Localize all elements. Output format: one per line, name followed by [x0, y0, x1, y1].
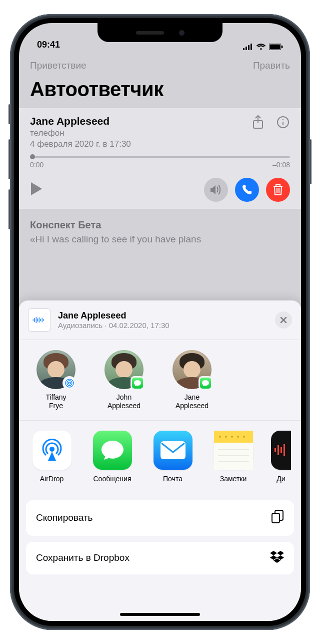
airdrop-icon [32, 431, 72, 470]
action-label: Сохранить в Dropbox [36, 552, 130, 563]
contact-name: Tiffany [29, 393, 83, 402]
status-time: 09:41 [37, 40, 60, 50]
messages-badge-icon [198, 376, 212, 390]
svg-rect-1 [246, 47, 247, 50]
svg-rect-35 [280, 447, 282, 453]
file-audio-icon [28, 308, 51, 332]
svg-rect-33 [274, 448, 276, 452]
action-label: Скопировать [36, 512, 92, 523]
svg-rect-22 [160, 441, 186, 459]
avatar [36, 350, 76, 389]
copy-icon [271, 509, 284, 527]
speaker-button[interactable] [204, 178, 228, 202]
app-label: AirDrop [29, 475, 74, 483]
svg-point-26 [231, 436, 233, 438]
svg-rect-2 [248, 45, 250, 50]
home-indicator[interactable] [120, 613, 200, 616]
transcript-text: «Hi I was calling to see if you have pla… [30, 234, 290, 245]
svg-rect-16 [42, 318, 43, 323]
avatar [104, 350, 144, 389]
share-title: Jane Appleseed [58, 310, 170, 321]
action-save-dropbox[interactable]: Сохранить в Dropbox [26, 542, 294, 574]
svg-rect-37 [272, 513, 280, 523]
svg-rect-15 [40, 319, 42, 321]
notes-icon [214, 431, 253, 470]
app-label: Заметки [210, 475, 256, 483]
svg-rect-5 [270, 44, 280, 49]
svg-rect-11 [34, 318, 36, 322]
voicemail-card: Jane Appleseed телефон 4 февраля 2020 г.… [19, 108, 301, 209]
app-messages[interactable]: Сообщения [90, 431, 135, 483]
battery-icon [269, 44, 283, 50]
svg-point-21 [50, 447, 54, 452]
callback-button[interactable] [235, 178, 259, 202]
dropbox-icon [270, 551, 284, 565]
status-icons [243, 43, 283, 50]
app-label: Ди [271, 475, 291, 483]
share-contact[interactable]: Jane Appleseed [165, 350, 219, 410]
app-mail[interactable]: Почта [150, 431, 196, 483]
share-subtitle: Аудиозапись · 04.02.2020, 17:30 [58, 321, 170, 330]
voicemail-source: телефон [30, 128, 131, 138]
page-title: Автоответчик [19, 74, 301, 108]
delete-button[interactable] [266, 178, 290, 202]
svg-rect-17 [44, 319, 44, 321]
svg-rect-13 [38, 318, 38, 321]
share-sheet: Jane Appleseed Аудиозапись · 04.02.2020,… [19, 300, 301, 621]
messages-icon [93, 431, 132, 470]
info-icon[interactable] [276, 115, 290, 129]
contact-name: Jane [165, 393, 219, 402]
svg-point-27 [237, 436, 239, 438]
contact-name: Appleseed [165, 402, 219, 410]
contact-name: John [97, 393, 151, 402]
play-button[interactable] [30, 181, 43, 198]
cellular-icon [243, 44, 253, 50]
share-contact[interactable]: John Appleseed [97, 350, 151, 410]
svg-point-25 [225, 436, 227, 438]
app-airdrop[interactable]: AirDrop [29, 431, 74, 483]
share-contacts-row: Tiffany Frye John Appleseed [19, 340, 301, 421]
nav-greeting-button[interactable]: Приветствие [30, 60, 86, 71]
action-copy[interactable]: Скопировать [26, 500, 294, 536]
share-icon[interactable] [251, 115, 265, 129]
transcript-heading: Конспект Бета [30, 219, 290, 231]
svg-rect-14 [39, 317, 40, 323]
svg-rect-0 [243, 48, 244, 50]
contact-name: Appleseed [97, 402, 151, 410]
voicemail-datetime: 4 февраля 2020 г. в 17:30 [30, 139, 131, 149]
time-remaining: –0:08 [272, 161, 290, 169]
close-button[interactable] [275, 311, 292, 329]
svg-rect-10 [33, 319, 34, 321]
app-label: Почта [150, 475, 196, 483]
svg-point-19 [67, 381, 72, 386]
svg-rect-3 [250, 44, 252, 50]
app-notes[interactable]: Заметки [210, 431, 256, 483]
app-label: Сообщения [90, 475, 135, 483]
svg-rect-29 [214, 443, 253, 470]
svg-rect-6 [282, 46, 283, 48]
share-apps-row: AirDrop Сообщения Почта [19, 421, 301, 493]
svg-point-9 [282, 119, 284, 120]
messages-badge-icon [130, 376, 144, 390]
airdrop-badge-icon [62, 376, 76, 390]
nav-edit-button[interactable]: Править [253, 60, 290, 71]
share-contact[interactable]: Tiffany Frye [29, 350, 83, 410]
svg-point-28 [243, 436, 245, 438]
voice-memos-icon [271, 431, 291, 470]
wifi-icon [256, 43, 266, 50]
svg-rect-34 [278, 445, 279, 455]
playback-scrubber[interactable]: 0:00 –0:08 [30, 156, 290, 169]
svg-point-18 [68, 382, 70, 384]
avatar [172, 350, 212, 389]
svg-rect-12 [36, 317, 37, 323]
svg-point-24 [219, 436, 221, 438]
voicemail-caller: Jane Appleseed [30, 115, 131, 127]
time-current: 0:00 [30, 161, 44, 169]
contact-name: Frye [29, 402, 83, 410]
svg-rect-36 [284, 444, 285, 456]
mail-icon [154, 431, 192, 470]
app-voice-memos[interactable]: Ди [271, 431, 291, 483]
